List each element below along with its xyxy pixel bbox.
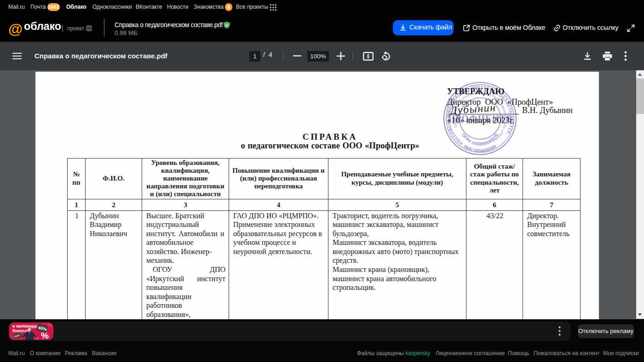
svg-text:%: %: [48, 323, 52, 328]
svg-text:%: %: [41, 331, 49, 340]
